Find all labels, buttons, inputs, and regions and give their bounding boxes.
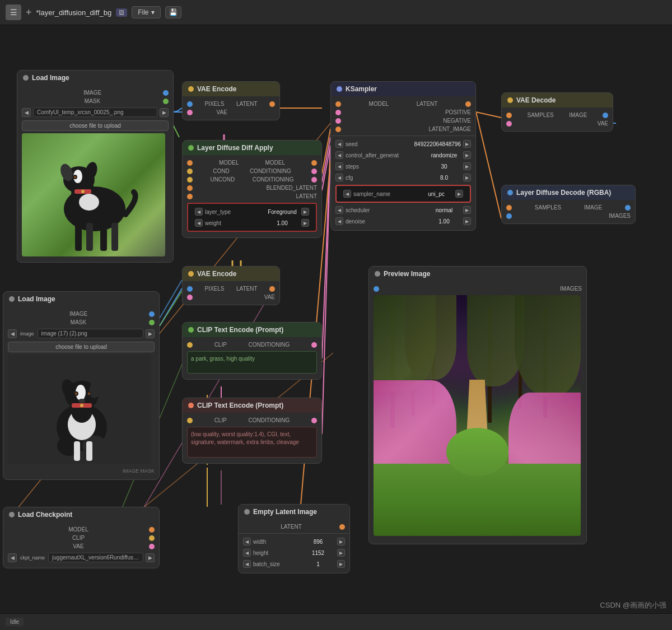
node-status-dot-2 — [9, 296, 15, 302]
pixels-port-2: pixels LATENT — [183, 284, 279, 293]
layer-diffuse-apply-node: Layer Diffuse Diff Apply model MODEL con… — [182, 140, 322, 238]
vae-decode-body: samples IMAGE vae — [502, 108, 613, 131]
images-preview-input — [374, 286, 379, 292]
svg-rect-28 — [75, 223, 82, 251]
vae-ckpt-label: VAE — [73, 543, 83, 549]
app-icon[interactable]: ☰ — [6, 4, 21, 20]
scheduler-prev[interactable]: ◀ — [335, 206, 343, 214]
clip-negative-input — [187, 418, 193, 423]
layer-decode-header: Layer Diffuse Decode (RGBA) — [502, 185, 635, 200]
layer-type-row: ◀ layer_type Foreground ▶ — [190, 206, 314, 217]
negative-label: negative — [443, 118, 471, 124]
clip-negative-body: clip CONDITIONING (low quality, worst qu… — [183, 413, 321, 463]
seed-prev[interactable]: ◀ — [335, 140, 343, 148]
batch-next[interactable]: ▶ — [337, 560, 345, 568]
control-prev[interactable]: ◀ — [335, 151, 343, 159]
img-next-btn[interactable]: ▶ — [146, 329, 155, 338]
svg-line-7 — [476, 112, 501, 218]
height-prev[interactable]: ◀ — [243, 549, 251, 557]
ksampler-dot — [337, 86, 342, 92]
positive-prompt-text: a park, grass, high quality — [187, 351, 317, 374]
positive-ks-row: positive — [331, 108, 475, 116]
svg-line-9 — [160, 288, 182, 326]
height-next[interactable]: ▶ — [337, 549, 345, 557]
preview-image-node: Preview Image images — [368, 266, 587, 544]
layer-type-prev[interactable]: ◀ — [195, 208, 203, 216]
layer-diffuse-title: Layer Diffuse Diff Apply — [197, 144, 273, 152]
vae-decode-dot — [507, 97, 513, 103]
ckpt-name-label: ckpt_name — [19, 555, 46, 561]
ckpt-prev-btn[interactable]: ◀ — [8, 553, 17, 562]
file-prev-btn[interactable]: ◀ — [22, 108, 31, 117]
image-out-label: IMAGE — [569, 112, 587, 118]
cfg-row: ◀ cfg 8.0 ▶ — [331, 172, 475, 183]
width-prev[interactable]: ◀ — [243, 538, 251, 545]
mask-output-port — [163, 99, 169, 104]
sampler-next[interactable]: ▶ — [455, 190, 463, 198]
file-next-btn[interactable]: ▶ — [160, 108, 169, 117]
conditioning-neg-label: CONDITIONING — [248, 417, 290, 423]
upload-btn-1[interactable]: choose file to upload — [22, 120, 169, 131]
checkpoint-node: Load Checkpoint MODEL CLIP VAE ◀ ckpt_na… — [3, 507, 160, 568]
preview-title: Preview Image — [384, 270, 430, 278]
clip-negative-title: CLIP Text Encode (Prompt) — [197, 402, 283, 409]
scheduler-row: ◀ scheduler normal ▶ — [331, 204, 475, 216]
load-image-2-body: IMAGE MASK ◀ image image (17) (2).png ▶ … — [3, 306, 159, 479]
foliage-4 — [515, 295, 581, 396]
steps-prev[interactable]: ◀ — [335, 162, 343, 170]
denoise-prev[interactable]: ◀ — [335, 217, 343, 225]
denoise-next[interactable]: ▶ — [463, 217, 471, 225]
layer-type-next[interactable]: ▶ — [301, 208, 309, 216]
node-status-dot — [23, 75, 29, 81]
control-next[interactable]: ▶ — [463, 151, 471, 159]
ksampler-header: KSampler — [331, 82, 475, 96]
batch-prev[interactable]: ◀ — [243, 560, 251, 568]
cond-out-label: CONDITIONING — [250, 168, 291, 174]
watermark-text: CSDN @画画的小强 — [600, 600, 666, 610]
vae-port-2: vae — [183, 293, 279, 301]
svg-rect-46 — [86, 441, 92, 461]
ckpt-next-btn[interactable]: ▶ — [146, 553, 155, 562]
clip-ckpt-label: CLIP — [72, 535, 85, 541]
samples-input — [506, 113, 512, 118]
scheduler-next[interactable]: ▶ — [463, 206, 471, 214]
height-row: ◀ height 1152 ▶ — [239, 547, 349, 558]
samples-decode-row: samples IMAGE — [502, 203, 635, 212]
vae-decode-input — [506, 121, 512, 127]
img-prev-btn[interactable]: ◀ — [8, 329, 17, 338]
sampler-prev[interactable]: ◀ — [343, 190, 351, 198]
samples-decode-input — [506, 205, 512, 211]
plus-button[interactable]: + — [26, 7, 32, 18]
seed-next[interactable]: ▶ — [463, 140, 471, 148]
vae-encode-1-header: VAE Encode — [183, 82, 279, 96]
weight-next[interactable]: ▶ — [301, 219, 309, 227]
cfg-next[interactable]: ▶ — [463, 174, 471, 181]
image-label-2: IMAGE — [69, 311, 87, 317]
weight-prev[interactable]: ◀ — [195, 219, 203, 227]
node-canvas: Load Image IMAGE MASK ◀ ComfyUI_temp_xrc… — [0, 25, 672, 630]
image-label-text: image — [19, 331, 35, 337]
cfg-prev[interactable]: ◀ — [335, 174, 343, 181]
model-ckpt-row: MODEL — [3, 525, 159, 534]
vae-input-port-2 — [187, 295, 193, 300]
layer-type-label: layer_type — [205, 209, 263, 215]
uncond-input-port — [187, 177, 193, 183]
save-button[interactable]: 💾 — [165, 6, 181, 18]
upload-btn-2[interactable]: choose file to upload — [8, 342, 155, 352]
svg-point-38 — [74, 176, 76, 178]
uncond-port-row: uncond CONDITIONING — [183, 175, 321, 184]
layer-type-param-box: ◀ layer_type Foreground ▶ ◀ weight 1.00 … — [187, 203, 317, 232]
vae-port: vae — [183, 108, 279, 116]
svg-point-54 — [75, 393, 77, 395]
latent-out-port-label: LATENT — [281, 524, 302, 530]
steps-next[interactable]: ▶ — [463, 162, 471, 170]
denoise-value: 1.00 — [427, 218, 461, 225]
width-next[interactable]: ▶ — [337, 538, 345, 545]
latent-image-row: latent_image — [331, 125, 475, 133]
file-menu-button[interactable]: File ▾ — [132, 6, 160, 18]
mask-port-row-2: MASK — [3, 318, 159, 326]
svg-line-17 — [160, 280, 182, 318]
svg-point-41 — [81, 190, 85, 193]
checkpoint-body: MODEL CLIP VAE ◀ ckpt_name juggernautXL_… — [3, 522, 159, 568]
file-value-1: ComfyUI_temp_xrcsn_00025_.png — [33, 108, 157, 117]
